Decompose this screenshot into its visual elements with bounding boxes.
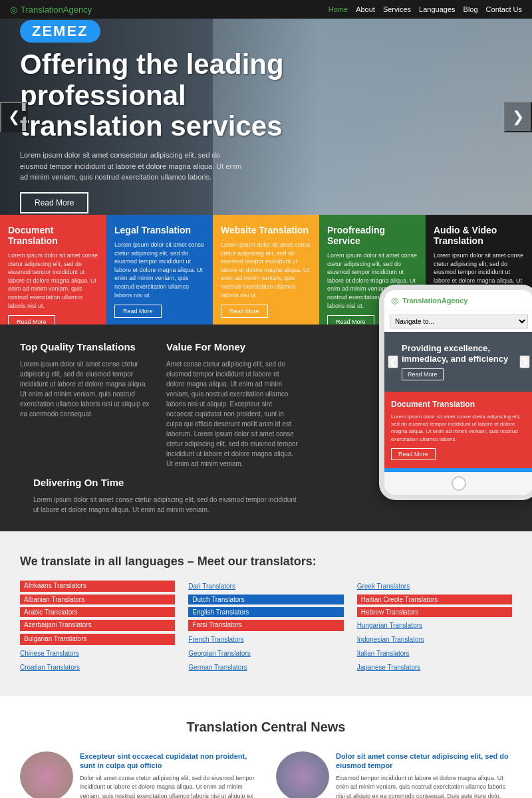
news-heading: Translation Central News [20,720,512,735]
service-card-document-desc: Lorem ipsum dolor sit amet conse ctetur … [8,251,98,310]
phone-service-card: Document Translation Lorem ipsum dolor s… [384,392,532,468]
phone-mockup-container: ◎ TranslationAgency Navigate to... ❮ Pro… [332,325,532,531]
news-item: Excepteur sint occaecat cupidatat non pr… [20,751,256,798]
features-grid: Top Quality Translations Lorem ipsum dol… [20,341,313,469]
nav-link-languages[interactable]: Languages [419,5,455,13]
language-item[interactable]: Croatian Translators [20,662,175,673]
service-card-legal-desc: Lorem ipsum dolor sit amet conse ctetur … [114,241,205,299]
phone-next-arrow[interactable]: ❯ [519,355,530,368]
news-item: Dolor sit amet conse ctetur adipiscing e… [276,751,512,798]
service-card-proofreading-title: Proofreading Service [327,225,418,246]
nav-link-services[interactable]: Services [383,5,411,13]
news-content: Dolor sit amet conse ctetur adipiscing e… [336,751,512,798]
features-container: Top Quality Translations Lorem ipsum dol… [0,325,332,531]
feature-quality: Top Quality Translations Lorem ipsum dol… [20,341,166,469]
language-item[interactable]: Hebrew Translators [357,607,512,617]
service-card-website-desc: Lorem ipsum dolor sit amet conse ctetur … [221,241,311,299]
nav-logo-text: TranslationAgency [21,5,92,15]
language-item[interactable]: Albanian Translators [20,595,175,604]
service-card-audio-title: Audio & Video Translation [434,225,524,246]
phone-service-title: Document Translation [391,400,527,409]
news-title[interactable]: Excepteur sint occaecat cupidatat non pr… [80,751,256,771]
phone-mockup: ◎ TranslationAgency Navigate to... ❮ Pro… [379,285,532,500]
nav-link-contact[interactable]: Contact Us [486,5,522,13]
feature-value-desc: Amet conse ctetur adipiscing elit, sed d… [166,359,299,469]
languages-section: We translate in all languages – Meet our… [0,531,532,696]
service-card-document: Document Translation Lorem ipsum dolor s… [0,215,106,325]
feature-value: Value For Money Amet conse ctetur adipis… [166,341,313,469]
phone-service-desc: Lorem ipsum dolor sit amet conse ctetur … [391,413,527,443]
phone-service-btn[interactable]: Read More [391,448,436,460]
feature-value-title: Value For Money [166,341,299,352]
language-item[interactable]: Haitian Creole Translators [357,595,512,604]
service-card-legal: Legal Translation Lorem ipsum dolor sit … [106,215,213,325]
news-grid: Excepteur sint occaecat cupidatat non pr… [20,751,512,798]
phone-hero-btn[interactable]: Read More [402,368,444,380]
phone-hero-title: Providing excellence, immediacy, and eff… [402,343,516,364]
phone-nav-select[interactable]: Navigate to... [390,315,528,329]
phone-home-button[interactable] [452,476,466,491]
service-card-document-title: Document Translation [8,225,98,246]
languages-heading: We translate in all languages – Meet our… [20,555,512,569]
phone-navigation: Navigate to... [384,311,532,332]
phone-logo-text: TranslationAgency [402,297,467,305]
middle-section: Top Quality Translations Lorem ipsum dol… [0,325,532,531]
language-item[interactable]: Bulgarian Translators [20,634,175,645]
phone-inner: ◎ TranslationAgency Navigate to... ❮ Pro… [384,290,532,495]
news-title[interactable]: Dolor sit amet conse ctetur adipiscing e… [336,751,512,771]
language-item[interactable]: German Translators [188,662,343,673]
news-content: Excepteur sint occaecat cupidatat non pr… [80,751,256,798]
language-item[interactable]: Farsi Translators [188,620,343,631]
feature-delivery-title: Delivering On Time [33,477,299,488]
news-section: Translation Central News Excepteur sint … [0,696,532,798]
news-desc: Dolor sit amet conse ctetur adipiscing e… [80,774,256,798]
languages-grid: Afrikaans TranslatorsDari TranslatorsGre… [20,581,512,673]
news-image [276,751,329,798]
nav-logo: ◎ TranslationAgency [10,5,92,15]
news-desc: Eiusmod tempor incididunt ut labore et d… [336,774,512,798]
service-card-website: Website Translation Lorem ipsum dolor si… [213,215,319,325]
phone-header: ◎ TranslationAgency [384,290,532,311]
phone-bottom-bar [384,472,532,495]
language-item[interactable]: Hungarian Translators [357,620,512,631]
language-item[interactable]: Dari Translators [188,581,343,592]
nav-link-home[interactable]: Home [329,5,348,13]
hero-next-arrow[interactable]: ❯ [504,102,532,132]
nav-link-blog[interactable]: Blog [464,5,478,13]
service-card-website-btn[interactable]: Read More [221,305,268,318]
nav-logo-icon: ◎ [10,5,17,15]
language-item[interactable]: Afrikaans Translators [20,581,175,592]
service-card-website-title: Website Translation [221,225,311,235]
language-item[interactable]: Dutch Translators [188,595,343,604]
language-item[interactable]: Arabic Translators [20,607,175,617]
language-item[interactable]: Georgian Translators [188,648,343,659]
hero-title: Offering the leading professional transl… [20,49,326,142]
phone-prev-arrow[interactable]: ❮ [388,355,398,368]
language-item[interactable]: Chinese Translators [20,648,175,659]
service-card-legal-btn[interactable]: Read More [114,305,162,318]
feature-quality-desc: Lorem ipsum dolor sit amet conse ctetur … [20,359,153,419]
navbar: ◎ TranslationAgency Home About Services … [0,0,532,19]
language-item[interactable]: French Translators [188,634,343,645]
language-item[interactable]: Indonesian Translators [357,634,512,645]
hero-prev-arrow[interactable]: ❮ [0,102,28,132]
zemez-badge: ZEMEZ [20,20,100,43]
phone-hero-content: Providing excellence, immediacy, and eff… [391,343,527,380]
feature-delivery-desc: Lorem ipsum dolor sit amet conse ctetur … [33,495,299,515]
news-image [20,751,73,798]
language-item[interactable]: Greek Translators [357,581,512,592]
language-item[interactable]: Azerbaijani Translators [20,620,175,631]
phone-hero: ❮ Providing excellence, immediacy, and e… [384,332,532,392]
hero-section: ❮ ZEMEZ Offering the leading professiona… [0,19,532,215]
feature-delivery: Delivering On Time Lorem ipsum dolor sit… [20,477,313,515]
nav-links: Home About Services Languages Blog Conta… [329,5,522,13]
language-item[interactable]: Italian Translators [357,648,512,659]
feature-quality-title: Top Quality Translations [20,341,153,352]
hero-description: Lorem ipsum dolor sit amet consectetur a… [20,150,246,183]
hero-content: ZEMEZ Offering the leading professional … [0,19,346,215]
nav-link-about[interactable]: About [356,5,375,13]
language-item[interactable]: Japanese Translators [357,662,512,673]
hero-read-more-button[interactable]: Read More [20,192,88,213]
language-item[interactable]: English Translators [188,607,343,617]
phone-logo-icon: ◎ [391,295,398,305]
